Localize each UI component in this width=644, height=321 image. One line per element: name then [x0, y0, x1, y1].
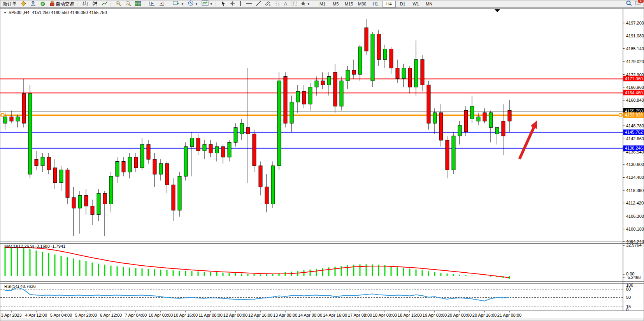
bar-chart-button[interactable] [81, 1, 90, 7]
text-tool-button[interactable]: A [283, 1, 289, 7]
template-icon [202, 0, 209, 7]
time-axis-label: 14 Apr 00:00 [298, 313, 322, 317]
crosshair-tool-button[interactable] [228, 1, 237, 7]
zoom-in-button[interactable] [114, 1, 123, 7]
timeframe-W1[interactable]: W1 [410, 1, 422, 7]
notifications-button[interactable]: 1 [635, 0, 641, 7]
price-tick-label: 4191.080 [626, 34, 644, 38]
periods-button[interactable]: ▼ [186, 1, 200, 7]
price-tick-label: 4185.140 [626, 46, 644, 51]
time-axis-label: 5 Apr 20:00 [75, 313, 97, 317]
candle-body [446, 140, 449, 170]
candle-body [433, 113, 437, 123]
time-axis-label: 12 Apr 16:00 [248, 313, 272, 317]
new-order-button[interactable]: 新订单 [1, 1, 18, 7]
candle-body [22, 93, 26, 123]
candle-body [265, 187, 268, 204]
templates-button[interactable]: ▼ [200, 1, 214, 7]
candle-body [321, 81, 325, 85]
orange-line-handle[interactable] [619, 114, 622, 116]
rsi-axis-label: 50 [626, 295, 631, 300]
time-axis-label: 18 Apr 00:00 [373, 313, 397, 317]
contacts-button[interactable] [28, 1, 38, 7]
time-axis-label: 12 Apr 00:00 [223, 313, 247, 317]
timeframe-H1[interactable]: H1 [369, 1, 382, 7]
orange-line-handle[interactable] [1, 114, 4, 116]
candlestick-icon [92, 1, 98, 7]
chart-canvas[interactable]: 4197.2004191.0804185.1404179.0204172.900… [0, 0, 644, 321]
candlestick-chart-button[interactable] [90, 1, 100, 7]
signals-button[interactable] [38, 1, 47, 7]
fibonacci-icon: F [274, 1, 281, 7]
time-axis-label: 7 Apr 04:00 [125, 313, 147, 317]
timeframe-M1[interactable]: M1 [316, 1, 329, 7]
toolbar-separator [313, 1, 315, 7]
vertical-line-tool-button[interactable] [237, 1, 244, 7]
candle-body [190, 138, 194, 146]
timeframe-M15[interactable]: M15 [343, 1, 355, 7]
auto-scroll-button[interactable] [147, 1, 157, 7]
svg-text:T: T [293, 2, 295, 6]
history-center-button[interactable] [19, 1, 28, 7]
candle-body [197, 138, 200, 151]
price-tick-label: 4160.840 [626, 98, 644, 102]
timeframe-D1[interactable]: D1 [397, 1, 409, 7]
svg-text:E: E [269, 4, 271, 6]
text-label-tool-button[interactable]: T [289, 1, 298, 7]
search-icon[interactable] [626, 0, 632, 7]
price-tag-label: 4171.060 [625, 76, 643, 81]
price-tick-label: 4197.200 [626, 21, 644, 25]
candle-body [408, 68, 412, 87]
candle-body [60, 170, 63, 183]
new-chart-icon [173, 0, 180, 7]
candle-body [452, 136, 455, 170]
candle-body [78, 196, 82, 208]
fibonacci-tool-button[interactable]: F [273, 1, 282, 7]
line-chart-button[interactable] [100, 1, 109, 7]
candle-body [165, 164, 169, 185]
timeframe-MN[interactable]: MN [423, 1, 435, 7]
time-axis-label: 21 Apr 08:00 [497, 313, 521, 317]
new-chart-button[interactable]: ▼ [171, 1, 186, 7]
auto-trading-button[interactable]: 自动交易 [48, 1, 76, 7]
candle-body [122, 161, 125, 172]
tile-windows-button[interactable] [133, 1, 143, 7]
zoom-out-button[interactable] [124, 1, 133, 7]
price-tick-label: 4179.020 [626, 59, 644, 64]
timeframe-M5[interactable]: M5 [330, 1, 342, 7]
timeframe-H4[interactable]: H4 [383, 1, 396, 7]
trendline-tool-button[interactable] [254, 1, 263, 7]
macd-axis-label: 32.9764 [626, 243, 642, 247]
candle-body [41, 157, 44, 166]
chart-shift-button[interactable] [157, 1, 167, 7]
candle-body [103, 193, 107, 204]
chevron-down-icon: ▼ [210, 2, 213, 6]
mt4-window: 新订单 自动交易 ▼ ▼ ▼ E F A T ▼ M1M5M1 [0, 0, 644, 321]
candle-body [495, 127, 499, 134]
timeframe-M30[interactable]: M30 [356, 1, 369, 7]
collapse-triangle-icon[interactable]: ▼ [4, 11, 7, 14]
cursor-icon [221, 1, 226, 7]
candle-body [358, 47, 362, 74]
arrows-tool-button[interactable]: ▼ [299, 1, 312, 7]
candle-body [240, 123, 244, 134]
toolbar-right: 1 [626, 0, 644, 7]
candle-body [464, 111, 468, 132]
time-axis-label: 20 Apr 16:00 [472, 313, 497, 317]
candle-body [390, 49, 393, 68]
toolbar-separator [111, 1, 113, 7]
horizontal-line-icon [246, 1, 252, 7]
candle-body [277, 81, 281, 166]
bar-chart-icon [82, 1, 88, 7]
cursor-tool-button[interactable] [219, 1, 228, 7]
candle-body [483, 113, 486, 121]
candle-body [396, 68, 399, 79]
horizontal-line-tool-button[interactable] [244, 1, 254, 7]
channel-tool-button[interactable]: E [263, 1, 272, 7]
price-tick-label: 4100.180 [626, 227, 644, 231]
candle-body [402, 68, 405, 79]
candle-body [159, 164, 163, 174]
gold-icon [20, 1, 26, 7]
candle-body [259, 166, 262, 187]
candle-body [53, 168, 57, 183]
